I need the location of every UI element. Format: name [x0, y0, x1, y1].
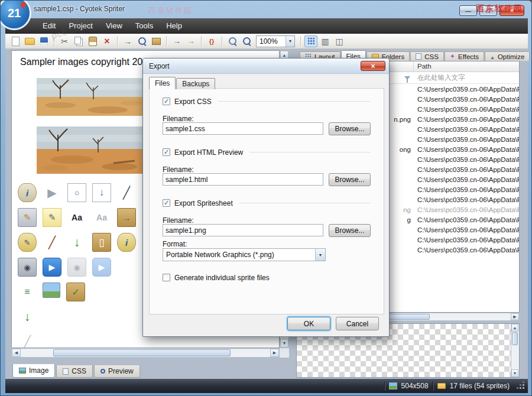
scroll-down-icon[interactable]: ▼ — [280, 339, 288, 348]
tab-css[interactable]: CSS — [410, 51, 444, 61]
css-icon[interactable]: {} — [205, 35, 218, 47]
minimize-button[interactable]: — — [459, 5, 477, 16]
generate-individual-label: Generate individual sprite files — [174, 274, 270, 282]
db-info-yellow-sprite[interactable]: i — [117, 233, 136, 252]
play-blue-disabled-sprite[interactable]: ▶ — [92, 258, 111, 277]
package-icon[interactable] — [150, 35, 163, 47]
dropper-disabled-sprite[interactable]: ╱ — [18, 332, 37, 348]
dropper-red-sprite[interactable]: ╱ — [43, 233, 61, 252]
db-info-sprite[interactable]: i — [18, 183, 37, 202]
db-edit-sprite[interactable]: ✎ — [18, 233, 37, 252]
format-combobox[interactable]: Portable Network Graphics (*.png) ▼ — [163, 248, 326, 261]
tab-css[interactable]: CSS — [56, 365, 93, 378]
scroll-up-icon[interactable]: ▲ — [511, 324, 518, 332]
export-html-preview-checkbox[interactable]: ✓ — [163, 148, 170, 156]
document-horizontal-scrollbar[interactable]: ◀ ▶ — [11, 348, 280, 358]
chevron-down-icon[interactable]: ▼ — [286, 36, 294, 47]
scroll-down-icon[interactable]: ▼ — [511, 369, 518, 377]
magnifier-icon[interactable] — [240, 35, 253, 47]
paste-sprite[interactable]: ▯ — [92, 233, 111, 252]
paste-icon[interactable] — [86, 35, 99, 47]
menu-tools[interactable]: Tools — [129, 18, 160, 34]
image-sprite[interactable] — [43, 283, 60, 298]
preview-vertical-scrollbar[interactable]: ▲ ▼ — [511, 324, 519, 377]
section-divider — [218, 101, 371, 102]
resize-grip[interactable] — [517, 382, 525, 390]
new-icon[interactable] — [9, 35, 22, 47]
filename-label: Filename: — [163, 165, 194, 174]
forward-icon[interactable]: → — [184, 35, 197, 47]
export-html-preview-label: Export HTML Preview — [174, 148, 243, 157]
export-icon[interactable]: → — [121, 35, 134, 47]
export-css-filename-input[interactable] — [163, 122, 323, 135]
grid-icon[interactable] — [304, 35, 317, 47]
scroll-left-icon[interactable]: ◀ — [12, 349, 21, 357]
columns-icon[interactable]: ▥ — [319, 35, 332, 47]
panes-icon[interactable]: ◫ — [333, 35, 346, 47]
title-bar[interactable]: sample1.csp - Cyotek Spriter — □ × — [1, 1, 531, 18]
landscape-sprite-2[interactable] — [37, 126, 143, 174]
cancel-button[interactable]: Cancel — [336, 317, 379, 330]
dialog-tab-backups[interactable]: Backups — [176, 78, 215, 89]
dialog-close-button[interactable]: × — [361, 61, 385, 71]
generate-individual-checkbox[interactable] — [163, 274, 170, 281]
arrow-down-green-sprite[interactable]: ↓ — [18, 307, 37, 326]
chevron-down-icon[interactable]: ▼ — [315, 249, 325, 261]
horizontal-scroll-thumb[interactable] — [53, 349, 231, 356]
play-blue-sprite[interactable]: ▶ — [43, 258, 61, 277]
magnifier-icon — [100, 369, 105, 374]
minimize-icon: — — [465, 8, 471, 14]
save-icon[interactable] — [37, 35, 50, 47]
tree-view-sprite[interactable]: ≡ — [18, 283, 37, 301]
note-edit-sprite[interactable]: ✎ — [43, 208, 61, 227]
search-icon[interactable] — [135, 35, 148, 47]
section-divider — [239, 203, 371, 203]
export-css-browse-button[interactable]: Browse... — [329, 122, 371, 135]
scroll-right-icon[interactable]: ▶ — [270, 349, 279, 357]
menu-view[interactable]: View — [99, 18, 129, 34]
delete-icon[interactable]: × — [100, 35, 113, 47]
font-disabled-sprite[interactable]: Aa — [92, 208, 111, 227]
landscape-sprite-1[interactable] — [37, 78, 143, 116]
paste-arrow-sprite[interactable]: → — [117, 208, 136, 227]
printer-edit-sprite[interactable]: ✎ — [18, 208, 37, 227]
file-path: C:\Users\pc0359.cn-06\AppData\R — [414, 136, 519, 143]
filter-input[interactable]: 在此处输入文字 — [410, 73, 465, 82]
filter-funnel-icon[interactable] — [404, 76, 410, 80]
file-path: C:\Users\pc0359.cn-06\AppData\R — [414, 206, 519, 213]
open-icon[interactable] — [23, 35, 36, 47]
camera-disabled-sprite[interactable]: ◉ — [67, 258, 86, 277]
zoom-doc-sprite[interactable]: ○ — [67, 183, 86, 202]
export-css-checkbox[interactable]: ✓ — [163, 98, 170, 105]
menu-help[interactable]: Help — [160, 18, 189, 34]
css-icon — [416, 53, 421, 60]
scroll-right-icon[interactable]: ▶ — [511, 313, 519, 320]
vertical-scroll-thumb[interactable] — [512, 332, 518, 345]
zoom-combobox[interactable]: 100%▼ — [256, 35, 295, 47]
dialog-tab-files[interactable]: Files — [149, 77, 176, 89]
font-sprite[interactable]: Aa — [67, 208, 86, 227]
copy-icon[interactable] — [72, 35, 85, 47]
play-sprite[interactable]: ▶ — [43, 183, 61, 202]
arrow-down-sprite[interactable]: ↓ — [67, 233, 86, 252]
tab-optimize[interactable]: Optimize — [485, 51, 530, 61]
ok-button[interactable]: OK — [287, 317, 330, 330]
export-html-preview-filename-input[interactable] — [163, 173, 323, 186]
path-column-header[interactable]: Path — [414, 61, 519, 72]
export-html-preview-browse-button[interactable]: Browse... — [329, 173, 371, 186]
tab-preview[interactable]: Preview — [94, 365, 140, 378]
dropper-sprite[interactable]: ╱ — [117, 183, 136, 202]
zoom-window-icon[interactable] — [226, 35, 239, 47]
save-doc-sprite[interactable]: ↓ — [92, 183, 111, 202]
export-spritesheet-filename-input[interactable] — [163, 224, 323, 236]
dialog-title-bar[interactable]: Export × — [143, 59, 389, 74]
tab-effects[interactable]: Effects — [445, 51, 484, 61]
export-spritesheet-checkbox[interactable]: ✓ — [163, 199, 170, 207]
camera-sprite[interactable]: ◉ — [18, 258, 37, 277]
tab-image[interactable]: Image — [12, 364, 55, 378]
tab-label: CSS — [424, 53, 439, 60]
send-icon[interactable]: → — [170, 35, 183, 47]
clipboard-check-sprite[interactable]: ✓ — [66, 283, 85, 301]
tab-label: Preview — [108, 367, 134, 375]
export-spritesheet-browse-button[interactable]: Browse... — [329, 224, 371, 237]
